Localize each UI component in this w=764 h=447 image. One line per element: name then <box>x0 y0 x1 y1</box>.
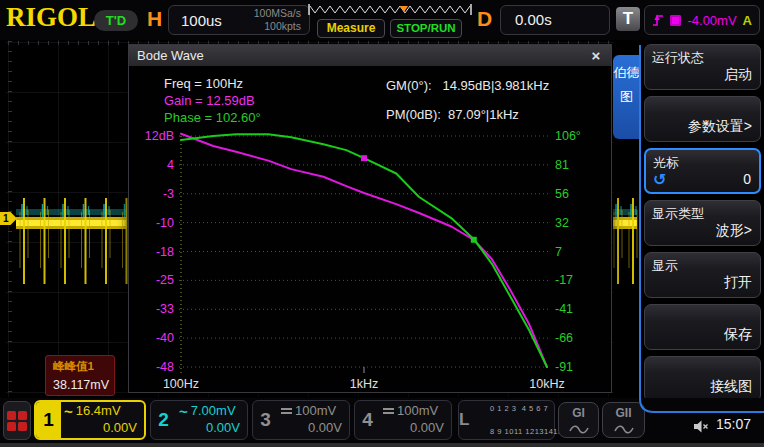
menu-item-display-type[interactable]: 显示类型波形> <box>644 200 761 246</box>
svg-text:32: 32 <box>555 216 569 230</box>
menu-item-value: 启动 <box>724 66 752 84</box>
bottom-bar: 1~16.4mV0.00V2~7.00mV0.00V3100mV0.00V410… <box>0 398 764 447</box>
menu-icon[interactable] <box>3 401 31 440</box>
bode-plot: 12dB106°481-356-1032-187-25-17-33-41-40-… <box>129 45 613 394</box>
svg-text:-18: -18 <box>156 245 174 259</box>
tab-bode[interactable]: 伯德图 <box>613 55 640 139</box>
svg-text:56: 56 <box>555 187 569 201</box>
svg-text:81: 81 <box>555 158 569 172</box>
svg-text:-25: -25 <box>156 273 174 287</box>
svg-text:-66: -66 <box>555 331 573 345</box>
svg-text:106°: 106° <box>555 129 581 143</box>
trigger-status-badge: T'D <box>94 10 138 31</box>
rotate-knob-icon: ↺ <box>653 170 666 189</box>
menu-item-label: 运行状态 <box>652 49 704 67</box>
menu-item-value: 接线图 <box>710 378 752 396</box>
trigger-source-icon <box>670 15 681 26</box>
channel-scale: 100mV <box>397 403 438 420</box>
channel-offset: 0.00V <box>281 420 342 437</box>
memory-depth: 100kpts <box>254 20 301 33</box>
svg-text:-41: -41 <box>555 302 573 316</box>
trigger-level-value: -4.00mV <box>687 13 737 28</box>
horizontal-label: H <box>147 7 162 31</box>
svg-text:10kHz: 10kHz <box>529 377 564 391</box>
channel-offset: 0.00V <box>64 420 137 437</box>
menu-item-save[interactable]: 保存 <box>644 304 761 350</box>
channel-3-box[interactable]: 3100mV0.00V <box>252 400 350 440</box>
svg-text:-17: -17 <box>555 273 573 287</box>
menu-item-value: 波形> <box>716 222 752 240</box>
trigger-slope-icon <box>652 12 664 28</box>
delay-label: D <box>477 7 492 31</box>
menu-item-wiring-diagram[interactable]: 接线图 <box>644 356 761 402</box>
timebase-box[interactable]: 100us 100MSa/s 100kpts <box>168 5 310 35</box>
generator-2-box[interactable]: GII <box>602 402 645 438</box>
measurement-value: 38.117mV <box>53 378 114 392</box>
logic-channel-numbers: 0 1 2 3 4 5 6 7 8 9 1011 12131415 <box>469 392 562 447</box>
channel-scale: 100mV <box>295 403 336 420</box>
ac-coupling-icon: ~ <box>179 407 188 417</box>
delay-value-box[interactable]: 0.00s <box>500 5 610 35</box>
channel-offset: 0.00V <box>383 420 444 437</box>
svg-text:100Hz: 100Hz <box>163 377 199 391</box>
timebase-value: 100us <box>169 12 254 29</box>
svg-text:-3: -3 <box>163 187 174 201</box>
menu-item-value: 0 <box>743 171 751 187</box>
channel-number: 3 <box>253 401 278 439</box>
oscilloscope-screen: RIGOL T'D H 100us 100MSa/s 100kpts Measu… <box>0 0 764 447</box>
dc-coupling-icon <box>281 408 292 416</box>
bottom-edge <box>0 443 764 447</box>
bode-wave-dialog: Bode Wave × Freq = 100Hz Gain = 12.59dB … <box>128 44 612 393</box>
channel-1-box[interactable]: 1~16.4mV0.00V <box>34 400 146 440</box>
svg-text:-91: -91 <box>555 360 573 374</box>
menu-item-value: 参数设置> <box>688 118 752 136</box>
sample-rate: 100MSa/s <box>254 7 301 20</box>
logic-label: L <box>459 410 469 430</box>
menu-item-value: 打开 <box>724 274 752 292</box>
measure-button[interactable]: Measure <box>317 19 385 38</box>
menu-item-label: 显示 <box>652 257 678 275</box>
channel-2-box[interactable]: 2~7.00mV0.00V <box>150 400 248 440</box>
channel-4-box[interactable]: 4100mV0.00V <box>354 400 452 440</box>
channel-number: 1 <box>36 402 61 438</box>
svg-text:-40: -40 <box>156 331 174 345</box>
svg-text:4: 4 <box>167 158 174 172</box>
trigger-settings-box[interactable]: -4.00mV A <box>644 5 760 35</box>
measurement-label: 峰峰值1 <box>53 359 114 374</box>
svg-text:-33: -33 <box>156 302 174 316</box>
dc-coupling-icon <box>383 408 394 416</box>
trigger-label: T <box>616 7 640 31</box>
generator-1-box[interactable]: GI <box>558 402 599 438</box>
trigger-mode: A <box>743 13 752 28</box>
menu-item-value: 保存 <box>724 326 752 344</box>
channel-status-row: 1~16.4mV0.00V2~7.00mV0.00V3100mV0.00V410… <box>34 400 452 440</box>
sine-icon <box>569 425 589 434</box>
menu-item-label: 显示类型 <box>652 205 704 223</box>
menu-item-param-setup[interactable]: 参数设置> <box>644 96 761 142</box>
stop-run-button[interactable]: STOP/RUN <box>390 19 462 38</box>
channel-number: 2 <box>151 401 176 439</box>
trigger-position-indicator[interactable] <box>308 2 472 18</box>
speaker-muted-icon[interactable] <box>694 420 709 433</box>
channel-scale: 16.4mV <box>76 403 121 420</box>
menu-item-display[interactable]: 显示打开 <box>644 252 761 298</box>
svg-text:-48: -48 <box>156 360 174 374</box>
measurement-box: 峰峰值1 38.117mV <box>45 355 115 396</box>
logic-channels-box[interactable]: L 0 1 2 3 4 5 6 7 8 9 1011 12131415 <box>458 400 555 440</box>
menu-item-cursor[interactable]: 光标↺0 <box>644 148 761 194</box>
svg-text:1kHz: 1kHz <box>350 377 378 391</box>
acquisition-info: 100MSa/s 100kpts <box>254 7 309 33</box>
channel-number: 4 <box>355 401 380 439</box>
svg-text:12dB: 12dB <box>145 129 174 143</box>
svg-text:-10: -10 <box>156 216 174 230</box>
channel-scale: 7.00mV <box>191 403 236 420</box>
svg-text:7: 7 <box>555 245 562 259</box>
menu-item-run-state[interactable]: 运行状态启动 <box>644 44 761 90</box>
ac-coupling-icon: ~ <box>64 407 73 417</box>
channel-offset: 0.00V <box>179 420 240 437</box>
top-bar: RIGOL T'D H 100us 100MSa/s 100kpts Measu… <box>0 0 764 40</box>
sine-icon <box>614 425 634 434</box>
clock: 15:07 <box>716 416 751 432</box>
rigol-logo: RIGOL <box>6 2 96 33</box>
softkey-menu: 运行状态启动参数设置>光标↺0显示类型波形>显示打开保存接线图 <box>644 44 761 408</box>
